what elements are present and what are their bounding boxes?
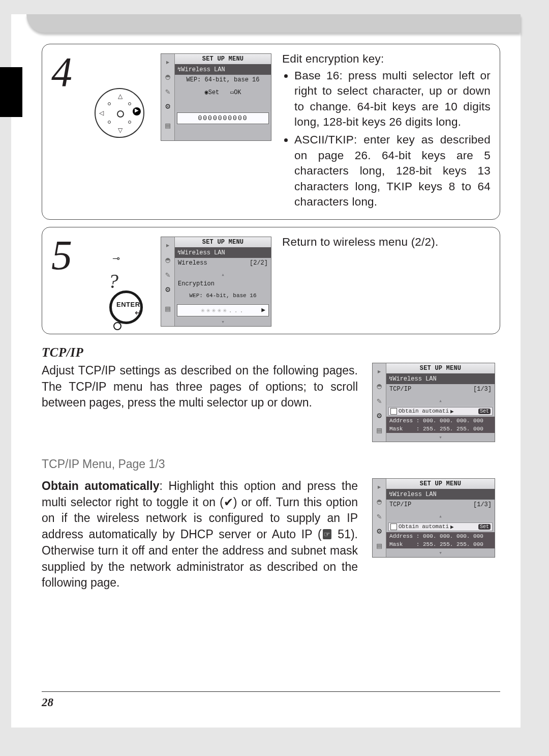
screen-title: SET UP MENU [175, 237, 271, 247]
screen-row-encryption: Encryption [175, 279, 271, 291]
step4-lead: Edit encryption key: [282, 52, 384, 65]
tcpip-paragraph: Adjust TCP/IP settings as described on t… [42, 363, 358, 411]
step-number: 5 [51, 235, 82, 273]
page-header-cap [26, 14, 521, 33]
step-4: 4 △▽◁ ▸ ◓ ✎ [42, 44, 500, 220]
camera-screen-tcpip-b: ▸ ◓ ✎ ⚙ ▤ SET UP MENU ↯Wireless LAN TCP/… [372, 478, 495, 558]
page-number: 28 [42, 696, 53, 709]
play-icon: ▸ [377, 482, 382, 492]
pencil-icon: ✎ [377, 511, 382, 521]
encryption-key-field: ✳✳✳✳✳...▶ [177, 304, 269, 316]
screen-line1: WEP: 64-bit, base 16 [175, 75, 271, 87]
wrench-icon: ⚙ [165, 284, 170, 295]
card-icon: ▤ [165, 304, 170, 314]
camera-icon: ◓ [165, 72, 170, 82]
enter-button-icon: ⊸ ? ENTER [94, 250, 145, 321]
tcpip-subhead: TCP/IP Menu, Page 1/3 [42, 457, 500, 471]
tcpip-paragraph2: Obtain automatically: Highlight this opt… [42, 478, 358, 591]
obtain-auto-row: Obtain automati ▶ Set [388, 407, 493, 416]
camera-screen: ▸ ◓ ✎ ⚙ ▤ SET UP MENU ↯Wireless LAN WEP: [161, 53, 271, 141]
footer-rule [42, 691, 500, 692]
encryption-key-field: 0000000000 [177, 112, 269, 124]
wrench-icon: ⚙ [165, 101, 170, 111]
camera-screen: ▸ ◓ ✎ ⚙ ▤ SET UP MENU ↯Wireless LAN [161, 237, 271, 327]
screen-section: ↯Wireless LAN [175, 247, 271, 258]
screen-title: SET UP MENU [175, 54, 271, 64]
play-icon: ▸ [377, 366, 382, 376]
step4-bullet2: ASCII/TKIP: enter key as described on pa… [294, 132, 491, 210]
wrench-icon: ⚙ [377, 411, 382, 421]
checkbox-icon [390, 524, 397, 530]
card-icon: ▤ [377, 425, 382, 435]
play-icon: ▸ [165, 240, 170, 250]
wrench-icon: ⚙ [377, 526, 382, 536]
step5-desc: Return to wireless menu (2/2). [282, 236, 438, 248]
camera-icon: ◓ [377, 381, 382, 391]
checkbox-icon [390, 408, 397, 415]
step-5: 5 ⊸ ? ENTER ▸ ◓ [42, 227, 500, 334]
pencil-icon: ✎ [165, 270, 170, 280]
screen-row-wep: WEP: 64-bit, base 16 [175, 291, 271, 303]
step-number: 4 [51, 51, 82, 90]
obtain-auto-row: Obtain automati ▶ Set [388, 522, 493, 531]
screen-buttons: ◉Set ▭OK [175, 87, 271, 99]
step4-bullet1: Base 16: press multi selector left or ri… [294, 68, 491, 130]
screen-row-wireless: Wireless[2/2] [175, 258, 271, 270]
pencil-icon: ✎ [377, 396, 382, 406]
card-icon: ▤ [165, 121, 170, 131]
camera-screen-tcpip-a: ▸ ◓ ✎ ⚙ ▤ SET UP MENU ↯Wireless LAN TCP/… [372, 363, 495, 442]
screen-section: ↯Wireless LAN [175, 64, 271, 75]
section-heading-tcpip: TCP/IP [42, 345, 500, 360]
page-ref-icon: ☞ [323, 529, 331, 539]
card-icon: ▤ [377, 541, 382, 551]
camera-icon: ◓ [377, 497, 382, 507]
pencil-icon: ✎ [165, 86, 170, 97]
side-tab [0, 67, 22, 117]
play-icon: ▸ [165, 57, 170, 67]
multi-selector-icon: △▽◁ [95, 88, 144, 138]
camera-icon: ◓ [165, 255, 170, 265]
